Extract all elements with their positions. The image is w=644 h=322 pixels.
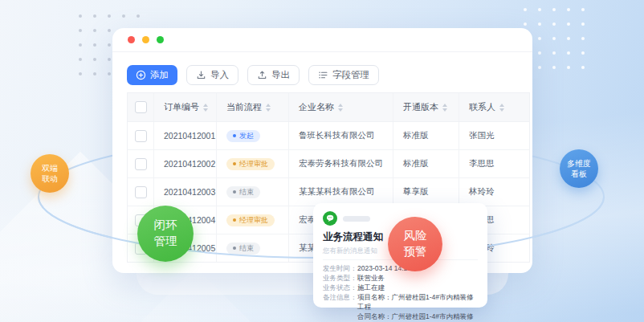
cell-flow: 经理审批 — [216, 150, 288, 177]
field-value: 联营业务 — [357, 273, 385, 283]
export-button-label: 导出 — [271, 69, 290, 81]
notification-field-row: 业务状态： 施工在建 — [323, 283, 478, 292]
sender-placeholder — [343, 216, 370, 222]
window-titlebar — [112, 28, 532, 52]
cell-order-no: 20210412002 — [153, 150, 216, 177]
column-header-label: 联系人 — [469, 101, 495, 113]
close-window-icon[interactable] — [128, 36, 135, 43]
column-header-label: 企业名称 — [299, 101, 334, 113]
row-checkbox-cell — [128, 150, 153, 177]
add-button[interactable]: 添加 — [127, 65, 177, 85]
field-list-icon — [318, 70, 328, 80]
import-button-label: 导入 — [210, 69, 229, 81]
column-header-label: 订单编号 — [164, 101, 199, 113]
notification-extra-line: 合同名称：广州碧桂园1-4#市内精装修工程龙骨采购合同 — [357, 312, 478, 322]
cell-contact: 李思思 — [459, 150, 529, 177]
sort-icon[interactable] — [442, 104, 447, 112]
field-management-button[interactable]: 字段管理 — [308, 65, 379, 85]
flow-status-badge: 结束 — [226, 186, 260, 198]
wechat-icon — [323, 211, 337, 226]
circle-plus-icon — [136, 70, 146, 80]
cell-company: 鲁班长科技有限公司 — [288, 122, 393, 149]
row-checkbox[interactable] — [135, 130, 147, 142]
notification-field-row: 业务类型： 联营业务 — [323, 273, 478, 283]
sort-icon[interactable] — [266, 104, 271, 112]
maximize-window-icon[interactable] — [157, 36, 164, 43]
field-label: 业务状态： — [323, 283, 357, 292]
column-header[interactable]: 订单编号 — [153, 93, 216, 121]
feature-badge-label: 双端联动 — [40, 163, 59, 185]
minimize-window-icon[interactable] — [142, 36, 149, 43]
sort-icon[interactable] — [499, 104, 504, 112]
field-label: 发生时间： — [323, 263, 357, 273]
field-value: 项目名称：广州碧桂园1-4#市内精装修工程 — [357, 292, 478, 312]
status-dot-icon — [233, 190, 236, 194]
row-checkbox[interactable] — [135, 186, 147, 198]
flow-status-badge: 发起 — [226, 130, 260, 142]
column-header-label: 当前流程 — [226, 101, 262, 113]
table-row[interactable]: 20210412001 发起 鲁班长科技有限公司 标准版 张国光 — [128, 122, 529, 150]
field-label: 备注信息： — [323, 292, 357, 312]
row-checkbox[interactable] — [135, 158, 147, 170]
status-dot-icon — [233, 162, 236, 165]
column-header[interactable]: 开通版本 — [393, 93, 459, 121]
row-checkbox-cell — [128, 122, 153, 149]
column-header[interactable]: 当前流程 — [216, 93, 288, 121]
field-value: 施工在建 — [357, 283, 385, 292]
column-header-label: 开通版本 — [403, 101, 438, 113]
toolbar: 添加 导入 导出 字段管理 — [127, 65, 532, 85]
cell-version: 标准版 — [393, 150, 459, 177]
cell-flow: 发起 — [216, 122, 288, 149]
sort-icon[interactable] — [203, 104, 208, 112]
status-dot-icon — [233, 134, 236, 137]
page-background: { "colors": { "accent_blue": "#3d7efe", … — [0, 0, 644, 322]
notification-fields: 发生时间： 2023-03-14 14:24业务类型： 联营业务业务状态： 施工… — [323, 263, 478, 322]
import-icon — [196, 70, 206, 80]
field-management-label: 字段管理 — [332, 69, 369, 81]
field-label: 业务类型： — [323, 273, 357, 283]
cell-order-no: 20210412001 — [153, 122, 216, 149]
import-button[interactable]: 导入 — [186, 65, 238, 85]
table-header: 订单编号 当前流程 企业名称 开通版本 联系人 — [128, 93, 529, 122]
feature-badge-closed-loop: 闭环管理 — [137, 206, 194, 262]
column-header[interactable]: 企业名称 — [288, 93, 393, 121]
feature-badge-dual-link: 双端联动 — [31, 154, 69, 193]
feature-badge-label: 闭环管理 — [152, 218, 180, 249]
cell-version: 标准版 — [393, 122, 459, 149]
sort-icon[interactable] — [338, 104, 343, 112]
feature-badge-label: 风险预警 — [401, 228, 430, 259]
table-row[interactable]: 20210412002 经理审批 宏泰劳务科技有限公司 标准版 李思思 — [128, 150, 529, 178]
cell-company: 宏泰劳务科技有限公司 — [288, 150, 393, 177]
notification-field-row: 备注信息： 项目名称：广州碧桂园1-4#市内精装修工程 — [323, 292, 478, 312]
feature-badge-risk-alert: 风险预警 — [388, 217, 442, 271]
column-header[interactable]: 联系人 — [459, 93, 529, 121]
export-button[interactable]: 导出 — [247, 65, 300, 85]
feature-badge-label: 多维度看板 — [566, 158, 592, 180]
select-all-checkbox[interactable] — [135, 101, 147, 113]
cell-contact: 张国光 — [459, 122, 529, 149]
export-icon — [257, 70, 267, 80]
add-button-label: 添加 — [150, 69, 169, 81]
flow-status-badge: 经理审批 — [226, 158, 275, 170]
select-all-cell — [128, 93, 153, 121]
feature-badge-multi-board: 多维度看板 — [560, 149, 598, 188]
